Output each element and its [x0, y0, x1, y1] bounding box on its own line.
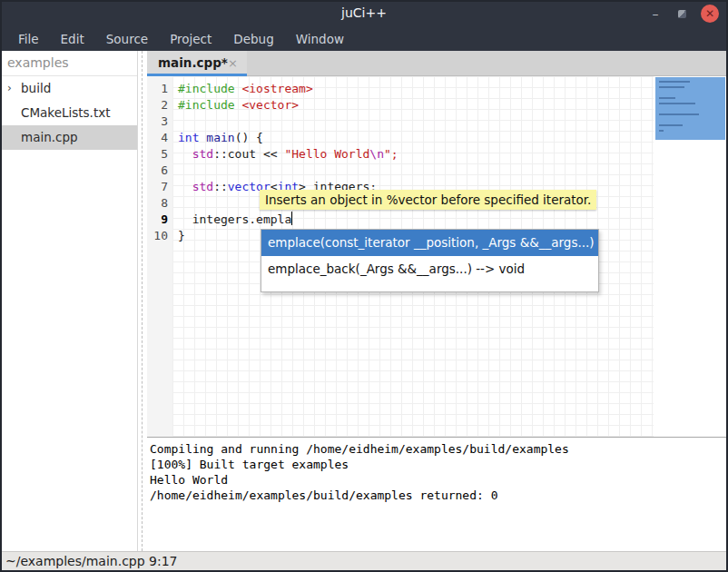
window-controls: – ✕ — [647, 0, 719, 27]
token-plain: integers.empla — [178, 212, 291, 226]
restore-icon[interactable] — [678, 10, 686, 18]
sidebar-file-tree: examples ›buildCMakeLists.txtmain.cpp — [0, 51, 138, 551]
autocomplete-popup: emplace(const_iterator __position, _Args… — [261, 229, 599, 292]
token-preprocessor: #include — [178, 82, 241, 95]
project-name-label: examples — [0, 51, 137, 76]
output-line: Hello World — [150, 472, 728, 488]
token-plain: () { — [235, 131, 263, 144]
minimap-code-line — [659, 97, 675, 99]
code-line-3[interactable] — [172, 113, 654, 130]
line-number: 5 — [147, 146, 172, 163]
menu-item-edit[interactable]: Edit — [52, 29, 93, 49]
line-number: 10 — [147, 228, 172, 244]
sidebar-item-build[interactable]: ›build — [0, 76, 137, 101]
app-window: juCi++ – ✕ FileEditSourceProjectDebugWin… — [0, 0, 728, 572]
minimap[interactable] — [654, 76, 728, 437]
minimap-code-line — [659, 81, 690, 83]
menu-item-debug[interactable]: Debug — [224, 29, 282, 49]
minimize-button[interactable]: – — [647, 6, 664, 21]
token-function: main — [206, 131, 234, 144]
tree-item-label: main.cpp — [21, 125, 78, 150]
output-line: [100%] Built target examples — [150, 457, 728, 472]
code-line-5[interactable]: std::cout << "Hello World\n"; — [172, 146, 654, 163]
code-line-9[interactable]: integers.empla — [172, 212, 654, 228]
statusbar-path-position: ~/examples/main.cpp 9:17 — [5, 554, 178, 568]
line-number: 4 — [147, 130, 172, 146]
line-number: 1 — [147, 81, 172, 97]
token-plain: ::cout << — [213, 147, 284, 161]
tabbar: main.cpp* × — [147, 51, 728, 76]
titlebar[interactable]: juCi++ – ✕ — [0, 0, 728, 27]
token-escape: \n — [369, 147, 384, 161]
code-line-2[interactable]: #include <vector> — [172, 97, 654, 113]
sidebar-item-main-cpp[interactable]: main.cpp — [0, 125, 137, 150]
token-string: <vector> — [241, 98, 299, 112]
close-button[interactable]: ✕ — [701, 5, 719, 23]
text-cursor — [291, 212, 292, 225]
menu-item-source[interactable]: Source — [97, 29, 157, 49]
code-line-6[interactable] — [172, 163, 654, 179]
token-plain: } — [178, 229, 185, 242]
window-title: juCi++ — [0, 5, 728, 20]
menubar: FileEditSourceProjectDebugWindow — [0, 27, 728, 51]
token-string: "Hello World — [284, 147, 369, 161]
menu-item-window[interactable]: Window — [287, 29, 353, 49]
token-keyword: int — [178, 131, 199, 144]
minimap-code-line — [659, 124, 683, 126]
doc-tooltip: Inserts an object in %vector before spec… — [260, 190, 596, 210]
line-number: 3 — [147, 113, 172, 130]
completion-item-1[interactable]: emplace_back(_Args &&__args...) --> void — [261, 256, 598, 282]
tab-label: main.cpp* — [158, 55, 228, 70]
line-number-gutter: 12345678910 — [147, 76, 172, 437]
sidebar-item-cmakelists-txt[interactable]: CMakeLists.txt — [0, 101, 137, 125]
minimap-viewport[interactable] — [655, 77, 725, 140]
statusbar: ~/examples/main.cpp 9:17 — [0, 551, 728, 572]
code-line-4[interactable]: int main() { — [172, 130, 654, 146]
code-line-1[interactable]: #include <iostream> — [172, 81, 654, 97]
line-number: 8 — [147, 195, 172, 212]
tab-main-cpp[interactable]: main.cpp* × — [147, 51, 247, 76]
tree-item-label: CMakeLists.txt — [21, 101, 111, 125]
minimap-code-line — [659, 113, 699, 115]
token-preprocessor: #include — [178, 98, 241, 112]
line-number: 2 — [147, 97, 172, 113]
minimap-code-line — [659, 86, 684, 88]
minimap-code-line — [659, 103, 695, 104]
output-line: /home/eidheim/examples/build/examples re… — [150, 488, 728, 503]
build-output-panel[interactable]: Compiling and running /home/eidheim/exam… — [147, 439, 728, 551]
line-number: 7 — [147, 179, 172, 195]
token-namespace: std — [192, 147, 213, 161]
token-plain: :: — [213, 180, 228, 193]
menu-item-file[interactable]: File — [9, 29, 48, 49]
token-namespace: std — [192, 180, 213, 193]
token-plain — [178, 147, 192, 161]
token-string: "; — [384, 147, 398, 161]
line-number: 9 — [147, 212, 172, 228]
sidebar-splitter[interactable] — [142, 51, 143, 551]
output-line: Compiling and running /home/eidheim/exam… — [150, 441, 728, 457]
chevron-right-icon[interactable]: › — [7, 76, 12, 101]
completion-item-0[interactable]: emplace(const_iterator __position, _Args… — [261, 230, 598, 256]
token-string: <iostream> — [241, 82, 312, 95]
minimap-code-line — [659, 130, 664, 132]
menu-item-project[interactable]: Project — [161, 29, 221, 49]
tab-close-icon[interactable]: × — [228, 56, 238, 70]
token-plain — [178, 180, 192, 193]
tree-item-label: build — [21, 76, 51, 101]
line-number: 6 — [147, 163, 172, 179]
